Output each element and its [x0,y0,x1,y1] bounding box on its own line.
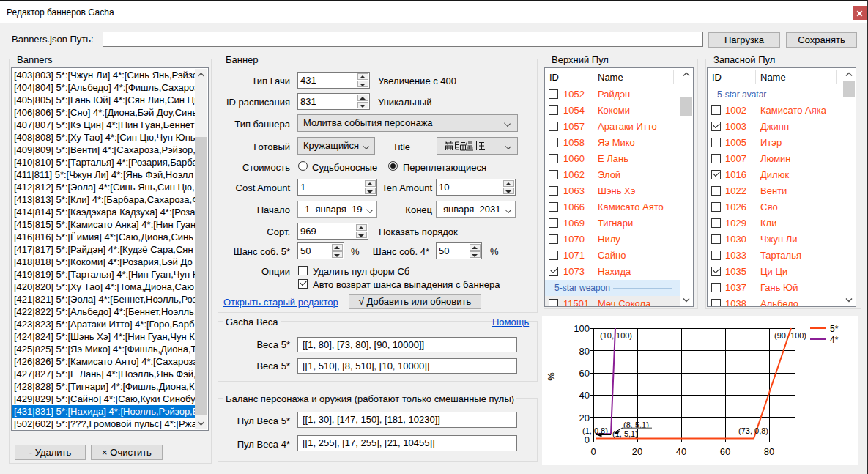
svg-text:%: % [546,372,557,381]
svg-text:40: 40 [676,446,686,457]
svg-text:5*: 5* [830,324,839,334]
svg-text:0: 0 [585,434,590,445]
svg-text:80: 80 [579,346,590,357]
svg-text:20: 20 [579,412,590,423]
svg-text:60: 60 [720,446,730,457]
svg-text:100: 100 [574,323,590,334]
svg-text:4*: 4* [830,335,839,345]
svg-text:0: 0 [590,446,596,457]
svg-text:80: 80 [764,446,774,457]
svg-text:(10, 100): (10, 100) [600,331,632,340]
svg-text:(73, 0,8): (73, 0,8) [738,426,768,435]
svg-text:40: 40 [579,390,590,401]
svg-text:20: 20 [632,446,642,457]
svg-text:60: 60 [579,368,590,379]
svg-text:(90, 100): (90, 100) [774,331,806,340]
